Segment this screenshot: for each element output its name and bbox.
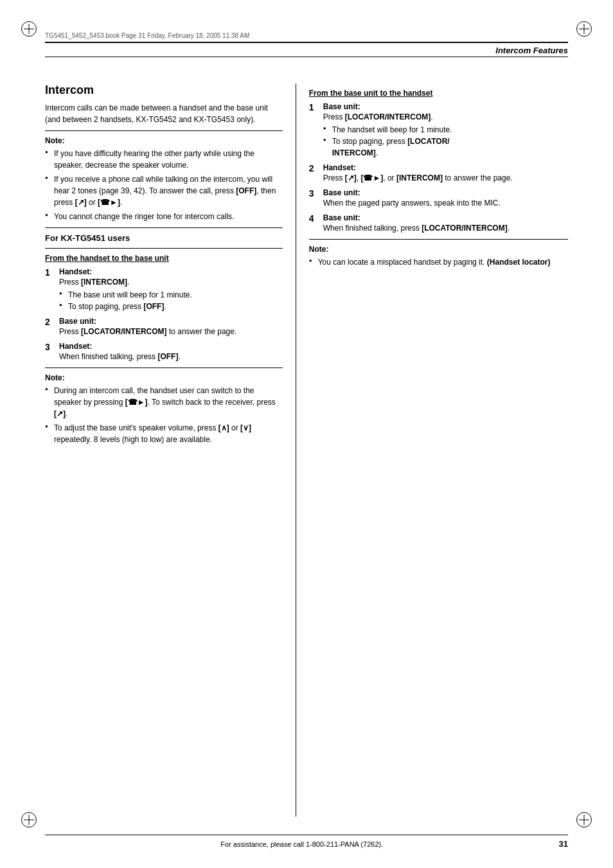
step-text-1: Press [INTERCOM]. — [59, 278, 129, 287]
main-content: Intercom Intercom calls can be made betw… — [45, 84, 568, 817]
note-label-2: Note: — [45, 373, 283, 382]
step-number-2: 2 — [45, 316, 55, 337]
right-step-2: 2 Handset: Press [↗], [☎►], or [INTERCOM… — [309, 163, 568, 184]
right-step-text-1: Press [LOCATOR/INTERCOM]. — [323, 112, 433, 121]
step-content-1: Handset: Press [INTERCOM]. The base unit… — [59, 267, 283, 312]
corner-mark-br — [574, 810, 594, 829]
right-step-number-4: 4 — [309, 213, 319, 234]
right-divider-1 — [309, 239, 568, 240]
right-step-label-4: Base unit: — [323, 213, 360, 222]
step-note: To stop paging, press [OFF]. — [59, 301, 283, 312]
note-item: If you have difficulty hearing the other… — [45, 148, 283, 171]
notes-list-1: If you have difficulty hearing the other… — [45, 148, 283, 222]
from-base-title: From the base unit to the handset — [309, 89, 568, 98]
right-note-item: You can locate a misplaced handset by pa… — [309, 256, 568, 268]
header-title-bar: Intercom Features — [45, 43, 568, 57]
corner-mark-tr — [574, 19, 594, 39]
step-label-1: Handset: — [59, 267, 92, 276]
note-item: During an intercom call, the handset use… — [45, 385, 283, 420]
right-step-1: 1 Base unit: Press [LOCATOR/INTERCOM]. T… — [309, 102, 568, 159]
header-meta: TG5451_5452_5453.book Page 31 Friday, Fe… — [45, 32, 568, 39]
note-label-1: Note: — [45, 136, 283, 145]
step-content-2: Base unit: Press [LOCATOR/INTERCOM] to a… — [59, 316, 283, 337]
intro-text: Intercom calls can be made between a han… — [45, 102, 283, 125]
step-notes-1: The base unit will beep for 1 minute. To… — [59, 289, 283, 312]
step-content-3: Handset: When finished talking, press [O… — [59, 341, 283, 362]
right-step-content-4: Base unit: When finished talking, press … — [323, 213, 568, 234]
right-step-notes-1: The handset will beep for 1 minute. To s… — [323, 124, 568, 159]
page-title: Intercom Features — [495, 46, 568, 55]
left-column: Intercom Intercom calls can be made betw… — [45, 84, 296, 817]
section-title-intercom: Intercom — [45, 84, 283, 97]
right-step-text-3: When the paged party answers, speak into… — [323, 199, 501, 208]
step-label-2: Base unit: — [59, 317, 96, 326]
right-step-label-1: Base unit: — [323, 102, 360, 111]
step-2: 2 Base unit: Press [LOCATOR/INTERCOM] to… — [45, 316, 283, 337]
corner-mark-tl — [19, 19, 39, 39]
step-3: 3 Handset: When finished talking, press … — [45, 341, 283, 362]
corner-mark-bl — [19, 810, 39, 829]
notes-list-2: During an intercom call, the handset use… — [45, 385, 283, 445]
right-notes-list: You can locate a misplaced handset by pa… — [309, 256, 568, 268]
footer-center: For assistance, please call 1-800-211-PA… — [45, 840, 559, 848]
right-step-number-3: 3 — [309, 188, 319, 209]
header: TG5451_5452_5453.book Page 31 Friday, Fe… — [45, 32, 568, 57]
divider-3 — [45, 248, 283, 249]
note-item: To adjust the base unit's speaker volume… — [45, 422, 283, 445]
right-step-label-2: Handset: — [323, 163, 356, 172]
right-step-content-2: Handset: Press [↗], [☎►], or [INTERCOM] … — [323, 163, 568, 184]
step-text-3: When finished talking, press [OFF]. — [59, 352, 181, 361]
step-note: The base unit will beep for 1 minute. — [59, 289, 283, 301]
step-1: 1 Handset: Press [INTERCOM]. The base un… — [45, 267, 283, 312]
right-step-text-2: Press [↗], [☎►], or [INTERCOM] to answer… — [323, 173, 513, 182]
step-number-3: 3 — [45, 341, 55, 362]
right-note-label: Note: — [309, 245, 568, 254]
divider-4 — [45, 368, 283, 368]
footer-page: 31 — [559, 839, 568, 849]
footer: For assistance, please call 1-800-211-PA… — [45, 835, 568, 849]
right-step-content-3: Base unit: When the paged party answers,… — [323, 188, 568, 209]
step-number-1: 1 — [45, 267, 55, 312]
right-step-number-2: 2 — [309, 163, 319, 184]
right-step-content-1: Base unit: Press [LOCATOR/INTERCOM]. The… — [323, 102, 568, 159]
divider-1 — [45, 130, 283, 131]
step-label-3: Handset: — [59, 342, 92, 351]
note-item: If you receive a phone call while talkin… — [45, 173, 283, 208]
page: TG5451_5452_5453.book Page 31 Friday, Fe… — [0, 0, 613, 868]
right-step-3: 3 Base unit: When the paged party answer… — [309, 188, 568, 209]
divider-2 — [45, 227, 283, 228]
subsection-title: For KX-TG5451 users — [45, 233, 283, 243]
right-column: From the base unit to the handset 1 Base… — [296, 84, 568, 817]
right-step-text-4: When finished talking, press [LOCATOR/IN… — [323, 224, 510, 233]
right-step-4: 4 Base unit: When finished talking, pres… — [309, 213, 568, 234]
from-handset-title: From the handset to the base unit — [45, 254, 283, 263]
step-note: To stop paging, press [LOCATOR/INTERCOM]… — [323, 136, 568, 159]
right-step-number-1: 1 — [309, 102, 319, 159]
note-item: You cannot change the ringer tone for in… — [45, 211, 283, 222]
step-text-2: Press [LOCATOR/INTERCOM] to answer the p… — [59, 327, 236, 336]
step-note: The handset will beep for 1 minute. — [323, 124, 568, 136]
right-step-label-3: Base unit: — [323, 188, 360, 197]
